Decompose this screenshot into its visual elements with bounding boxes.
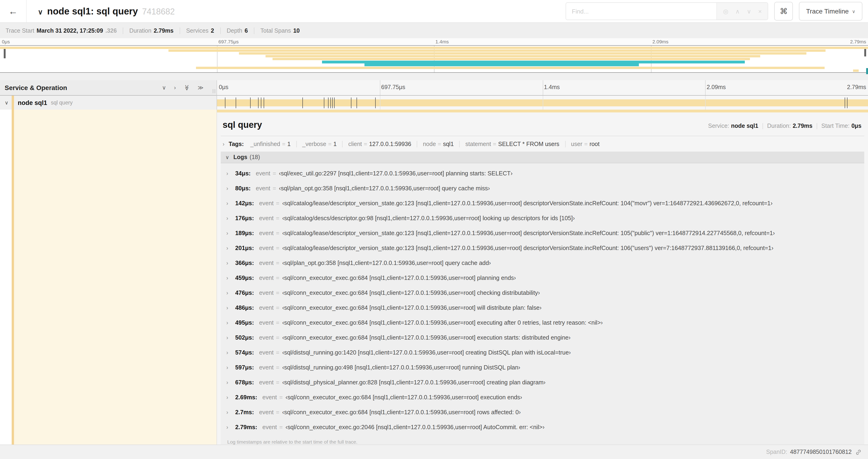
log-row[interactable]: ›366μs:event=‹sql/plan_opt.go:358 [nsql1…: [226, 256, 864, 270]
chevron-right-icon[interactable]: ›: [226, 260, 231, 266]
expand-one-icon[interactable]: ›: [174, 85, 176, 91]
collapse-one-icon[interactable]: ∨: [162, 85, 166, 91]
log-field-name: event: [262, 424, 277, 431]
minimap-span-bar[interactable]: [322, 61, 745, 63]
log-row[interactable]: ›459μs:event=‹sql/conn_executor_exec.go:…: [226, 270, 864, 286]
tags-row[interactable]: › Tags: _unfinished=1_verbose=1client=12…: [221, 136, 864, 152]
log-row[interactable]: ›176μs:event=‹sql/catalog/descs/descript…: [226, 211, 864, 226]
log-row[interactable]: ›189μs:event=‹sql/catalog/lease/descript…: [226, 226, 864, 241]
log-row[interactable]: ›201μs:event=‹sql/catalog/lease/descript…: [226, 241, 864, 256]
chevron-right-icon[interactable]: ›: [226, 379, 231, 386]
chevron-right-icon[interactable]: ›: [226, 245, 231, 252]
chevron-right-icon[interactable]: ›: [226, 275, 231, 281]
chevron-right-icon[interactable]: ›: [223, 141, 224, 147]
log-row[interactable]: ›34μs:event=‹sql/exec_util.go:2297 [nsql…: [226, 166, 864, 181]
minimap-span-bar[interactable]: [365, 64, 639, 66]
back-button[interactable]: ←: [0, 0, 27, 22]
tags-items: _unfinished=1_verbose=1client=127.0.0.1:…: [250, 141, 600, 147]
log-field-name: event: [259, 215, 274, 222]
chevron-right-icon[interactable]: ›: [226, 364, 231, 371]
minimap-span-bar[interactable]: [266, 55, 760, 58]
log-equals: =: [276, 379, 280, 386]
log-row[interactable]: ›574μs:event=‹sql/distsql_running.go:142…: [226, 345, 864, 360]
ruler-tick-label: 1.4ms: [435, 39, 449, 44]
minimap-span-bar[interactable]: [168, 49, 826, 52]
chevron-right-icon[interactable]: ›: [226, 349, 231, 356]
log-marker-tick: [845, 97, 845, 108]
chevron-right-icon[interactable]: ›: [226, 170, 231, 177]
span-detail-content: sql query Service:node sql1 Duration:2.7…: [217, 112, 868, 445]
tag-item[interactable]: node=sql1: [423, 141, 454, 147]
find-prev-icon[interactable]: ∧: [736, 8, 740, 15]
tag-item[interactable]: statement=SELECT * FROM users: [465, 141, 560, 147]
chevron-right-icon[interactable]: ›: [226, 320, 231, 326]
tag-item[interactable]: _unfinished=1: [250, 141, 290, 147]
chevron-right-icon[interactable]: ›: [226, 200, 231, 207]
collapse-all-icon[interactable]: ≫: [183, 85, 190, 91]
ruler-tick-label: 697.75μs: [218, 39, 239, 44]
log-row[interactable]: ›678μs:event=‹sql/distsql_physical_plann…: [226, 375, 864, 390]
log-equals: =: [279, 394, 283, 401]
chevron-right-icon[interactable]: ›: [226, 424, 231, 431]
trace-info-value: 6: [245, 27, 248, 34]
log-timestamp: 176μs:: [235, 215, 254, 222]
locate-icon[interactable]: ◎: [723, 8, 728, 15]
span-bar-cell[interactable]: [217, 96, 868, 110]
tag-item[interactable]: client=127.0.0.1:59936: [348, 141, 411, 147]
log-row[interactable]: ›142μs:event=‹sql/catalog/lease/descript…: [226, 196, 864, 211]
span-operation-name: sql query: [51, 100, 72, 105]
link-icon[interactable]: [856, 449, 862, 455]
chevron-right-icon[interactable]: ›: [226, 305, 231, 311]
trace-info-bar: Trace StartMarch 31 2022, 17:25:09.326Du…: [0, 22, 868, 38]
span-collapse-chevron-icon[interactable]: ∨: [5, 100, 10, 106]
minimap-span-bar[interactable]: [273, 58, 750, 60]
section-gap: [0, 73, 868, 80]
log-row[interactable]: ›597μs:event=‹sql/distsql_running.go:498…: [226, 360, 864, 375]
trace-info-item: Duration2.79ms: [123, 27, 180, 34]
span-service-name: node sql1: [18, 99, 47, 106]
find-next-icon[interactable]: ∨: [747, 8, 751, 15]
log-row[interactable]: ›476μs:event=‹sql/conn_executor_exec.go:…: [226, 286, 864, 300]
log-marker-tick: [847, 97, 847, 108]
log-marker-tick: [236, 97, 236, 108]
log-row[interactable]: ›2.69ms:event=‹sql/conn_executor_exec.go…: [226, 390, 864, 405]
chevron-right-icon[interactable]: ›: [226, 290, 231, 296]
chevron-right-icon[interactable]: ›: [226, 215, 231, 222]
log-row[interactable]: ›2.79ms:event=‹sql/conn_executor_exec.go…: [226, 420, 864, 435]
expand-all-icon[interactable]: ≫: [198, 85, 204, 91]
log-row[interactable]: ›495μs:event=‹sql/conn_executor_exec.go:…: [226, 315, 864, 330]
chevron-right-icon[interactable]: ›: [226, 230, 231, 236]
minimap-span-bar[interactable]: [239, 52, 806, 55]
minimap-span-bar[interactable]: [196, 66, 825, 69]
tags-label: Tags:: [229, 141, 244, 147]
minimap-left-handle[interactable]: [4, 48, 6, 58]
chevron-right-icon[interactable]: ›: [226, 409, 231, 416]
tag-item[interactable]: user=root: [571, 141, 599, 147]
span-row[interactable]: ∨ node sql1 sql query: [0, 96, 868, 110]
column-resize-grip[interactable]: [213, 89, 215, 93]
logs-header[interactable]: ∨ Logs (18): [221, 152, 864, 163]
chevron-right-icon[interactable]: ›: [226, 185, 231, 192]
view-selector-button[interactable]: Trace Timeline ∨: [799, 2, 862, 21]
log-row[interactable]: ›2.7ms:event=‹sql/conn_executor_exec.go:…: [226, 405, 864, 420]
command-icon: ⌘: [780, 6, 788, 16]
minimap-span-bar[interactable]: [853, 69, 859, 72]
tag-item[interactable]: _verbose=1: [302, 141, 337, 147]
ruler-tick-label: 0μs: [2, 39, 10, 44]
find-clear-icon[interactable]: ×: [758, 8, 762, 15]
chevron-right-icon[interactable]: ›: [226, 334, 231, 341]
chevron-right-icon[interactable]: ›: [226, 394, 231, 401]
span-id-value: 4877749850101760812: [790, 449, 852, 455]
trace-info-item: Total Spans10: [254, 27, 306, 34]
log-row[interactable]: ›80μs:event=‹sql/plan_opt.go:358 [nsql1,…: [226, 181, 864, 196]
minimap-span-bar[interactable]: [0, 46, 868, 49]
find-input[interactable]: [566, 3, 717, 20]
log-timestamp: 495μs:: [235, 320, 254, 326]
keyboard-shortcuts-button[interactable]: ⌘: [774, 2, 793, 21]
trace-minimap[interactable]: [0, 45, 868, 73]
span-name-cell[interactable]: ∨ node sql1 sql query: [0, 96, 217, 110]
log-row[interactable]: ›486μs:event=‹sql/conn_executor_exec.go:…: [226, 300, 864, 315]
trace-collapse-chevron-icon[interactable]: ∨: [38, 8, 43, 16]
log-equals: =: [276, 349, 280, 356]
log-row[interactable]: ›502μs:event=‹sql/conn_executor_exec.go:…: [226, 330, 864, 345]
